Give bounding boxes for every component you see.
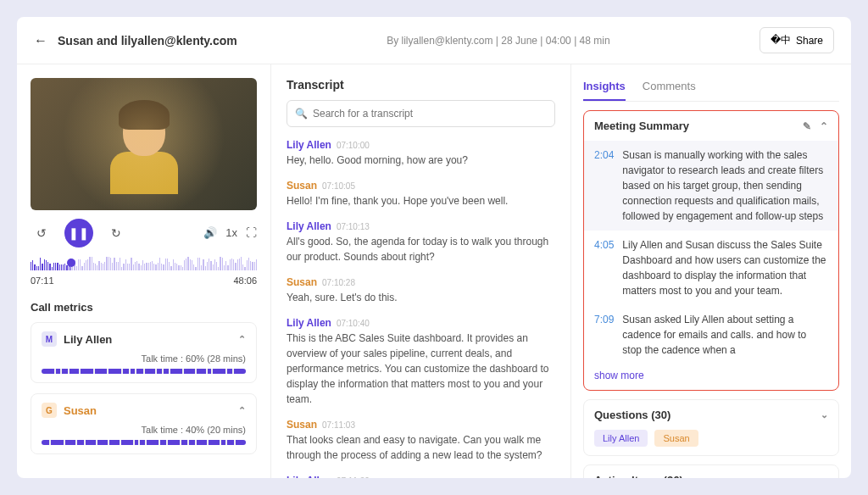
search-icon: 🔍 xyxy=(295,108,308,120)
talk-bar xyxy=(42,369,246,374)
back-arrow-icon[interactable]: ← xyxy=(34,33,47,48)
chip-lily[interactable]: Lily Allen xyxy=(594,430,648,447)
summary-item[interactable]: 7:09Susan asked Lily Allen about setting… xyxy=(584,305,838,364)
chevron-down-icon[interactable]: ⌄ xyxy=(821,475,828,478)
chevron-up-icon[interactable]: ⌃ xyxy=(238,405,246,416)
transcript-text: Hello! I'm fine, thank you. Hope you've … xyxy=(287,193,555,209)
chevron-down-icon[interactable]: ⌄ xyxy=(821,409,828,420)
share-icon: �中 xyxy=(771,33,791,47)
speaker-name: Lily Allen xyxy=(64,333,112,346)
transcript-timestamp: 07:10:00 xyxy=(337,141,370,150)
transcript-speaker: Lily Allen xyxy=(287,475,331,478)
summary-text: Susan is manually working with the sales… xyxy=(622,147,828,224)
meeting-summary-panel: Meeting Summary ✎ ⌃ 2:04Susan is manuall… xyxy=(583,110,839,391)
transcript-text: That looks clean and easy to navigate. C… xyxy=(287,432,555,463)
transcript-speaker: Susan xyxy=(287,180,317,192)
call-metrics-heading: Call metrics xyxy=(31,301,257,314)
talk-bar xyxy=(42,440,246,445)
speaker-card[interactable]: MLily Allen⌃ Talk time : 60% (28 mins) xyxy=(31,322,257,383)
summary-item[interactable]: 2:04Susan is manually working with the s… xyxy=(584,141,838,231)
avatar: M xyxy=(42,331,57,347)
action-items-panel: Action Items (36) ⌄ Lily Allen Susan xyxy=(583,464,839,478)
transcript-speaker: Lily Allen xyxy=(287,317,331,329)
pause-button[interactable]: ❚❚ xyxy=(64,219,93,248)
tab-insights[interactable]: Insights xyxy=(583,73,626,101)
transcript-item[interactable]: Lily Allen07:10:13All's good. So, the ag… xyxy=(287,219,555,264)
meeting-summary-header[interactable]: Meeting Summary ✎ ⌃ xyxy=(584,111,838,141)
talk-time-label: Talk time : 60% (28 mins) xyxy=(42,353,246,364)
header-meta: By lilyallen@klenty.com | 28 June | 04:0… xyxy=(248,35,749,47)
transcript-text: Hey, hello. Good morning, how are you? xyxy=(287,153,555,168)
transcript-text: All's good. So, the agenda for today is … xyxy=(287,234,555,264)
edit-icon[interactable]: ✎ xyxy=(803,120,811,132)
transcript-text: Yeah, sure. Let's do this. xyxy=(287,290,555,305)
transcript-speaker: Lily Allen xyxy=(287,220,331,232)
speaker-name: Susan xyxy=(64,404,97,417)
chip-susan[interactable]: Susan xyxy=(654,430,698,447)
transcript-timestamp: 07:10:40 xyxy=(337,319,370,328)
total-time: 48:06 xyxy=(233,275,257,286)
speaker-card[interactable]: GSusan⌃ Talk time : 40% (20 mins) xyxy=(31,393,257,454)
questions-header[interactable]: Questions (30) ⌄ xyxy=(584,400,838,430)
avatar: G xyxy=(42,403,57,418)
transcript-speaker: Susan xyxy=(287,419,317,431)
transcript-text: This is the ABC Sales Suite dashboard. I… xyxy=(287,331,555,407)
transcript-item[interactable]: Lily Allen07:11:30Absolutely! To add a n… xyxy=(287,473,555,478)
audio-waveform[interactable] xyxy=(31,256,257,271)
video-thumbnail[interactable] xyxy=(31,78,257,210)
transcript-timestamp: 07:10:05 xyxy=(322,181,355,191)
talk-time-label: Talk time : 40% (20 mins) xyxy=(42,425,246,435)
summary-timestamp[interactable]: 7:09 xyxy=(594,312,614,358)
transcript-timestamp: 07:10:13 xyxy=(337,222,370,231)
summary-item[interactable]: 4:05Lily Allen and Susan discuss the Sal… xyxy=(584,231,838,305)
chevron-up-icon[interactable]: ⌃ xyxy=(820,120,828,132)
transcript-speaker: Susan xyxy=(287,276,317,288)
fullscreen-icon[interactable]: ⛶ xyxy=(246,226,257,239)
summary-timestamp[interactable]: 4:05 xyxy=(594,237,614,298)
transcript-speaker: Lily Allen xyxy=(287,139,331,151)
summary-text: Lily Allen and Susan discuss the Sales S… xyxy=(622,237,828,298)
summary-timestamp[interactable]: 2:04 xyxy=(594,147,614,224)
questions-panel: Questions (30) ⌄ Lily Allen Susan xyxy=(583,399,839,456)
rewind-icon[interactable]: ↺ xyxy=(31,222,53,244)
share-button[interactable]: �中 Share xyxy=(760,27,834,53)
volume-icon[interactable]: 🔊 xyxy=(203,226,217,239)
transcript-timestamp: 07:11:03 xyxy=(322,420,355,430)
transcript-heading: Transcript xyxy=(287,78,555,92)
transcript-timestamp: 07:10:28 xyxy=(322,278,355,287)
page-title: Susan and lilyallen@klenty.com xyxy=(58,34,237,47)
transcript-item[interactable]: Lily Allen07:10:00Hey, hello. Good morni… xyxy=(287,137,555,168)
chevron-up-icon[interactable]: ⌃ xyxy=(238,334,246,345)
show-more-link[interactable]: show more xyxy=(584,364,838,390)
action-items-header[interactable]: Action Items (36) ⌄ xyxy=(584,465,838,478)
transcript-item[interactable]: Lily Allen07:10:40This is the ABC Sales … xyxy=(287,315,555,407)
summary-text: Susan asked Lily Allen about setting a c… xyxy=(622,312,828,358)
playback-speed[interactable]: 1x xyxy=(225,226,237,239)
transcript-item[interactable]: Susan07:10:05Hello! I'm fine, thank you.… xyxy=(287,178,555,209)
transcript-search-input[interactable] xyxy=(287,100,555,127)
current-time: 07:11 xyxy=(31,275,54,286)
transcript-item[interactable]: Susan07:10:28Yeah, sure. Let's do this. xyxy=(287,275,555,305)
forward-icon[interactable]: ↻ xyxy=(105,222,127,244)
tab-comments[interactable]: Comments xyxy=(643,73,696,101)
transcript-timestamp: 07:11:30 xyxy=(337,476,370,478)
transcript-item[interactable]: Susan07:11:03That looks clean and easy t… xyxy=(287,417,555,463)
